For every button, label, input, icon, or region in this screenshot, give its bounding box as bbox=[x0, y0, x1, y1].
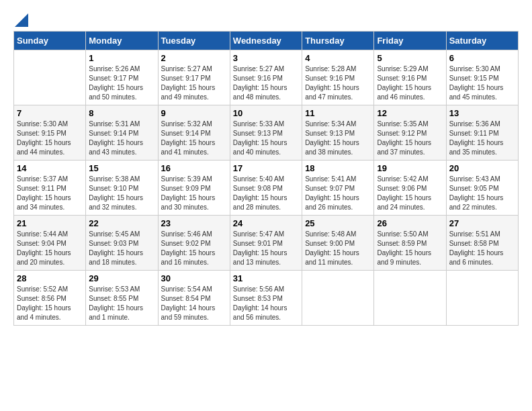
day-info: Sunrise: 5:29 AM Sunset: 9:16 PM Dayligh… bbox=[377, 64, 443, 102]
calendar-cell: 15Sunrise: 5:38 AM Sunset: 9:10 PM Dayli… bbox=[86, 161, 158, 216]
day-number: 11 bbox=[305, 108, 371, 118]
calendar-cell: 5Sunrise: 5:29 AM Sunset: 9:16 PM Daylig… bbox=[374, 50, 446, 105]
day-number: 18 bbox=[305, 163, 371, 173]
calendar-cell: 7Sunrise: 5:30 AM Sunset: 9:15 PM Daylig… bbox=[14, 105, 86, 161]
day-info: Sunrise: 5:30 AM Sunset: 9:15 PM Dayligh… bbox=[449, 64, 515, 102]
calendar-cell: 4Sunrise: 5:28 AM Sunset: 9:16 PM Daylig… bbox=[302, 50, 374, 105]
day-info: Sunrise: 5:35 AM Sunset: 9:12 PM Dayligh… bbox=[377, 120, 443, 157]
calendar-cell: 6Sunrise: 5:30 AM Sunset: 9:15 PM Daylig… bbox=[446, 50, 518, 105]
calendar-cell: 2Sunrise: 5:27 AM Sunset: 9:17 PM Daylig… bbox=[158, 50, 230, 105]
calendar-cell: 16Sunrise: 5:39 AM Sunset: 9:09 PM Dayli… bbox=[158, 161, 230, 216]
calendar-cell: 29Sunrise: 5:53 AM Sunset: 8:55 PM Dayli… bbox=[86, 271, 158, 326]
calendar-cell bbox=[14, 50, 86, 105]
calendar-cell: 17Sunrise: 5:40 AM Sunset: 9:08 PM Dayli… bbox=[230, 161, 302, 216]
day-number: 12 bbox=[377, 108, 443, 118]
day-info: Sunrise: 5:39 AM Sunset: 9:09 PM Dayligh… bbox=[161, 175, 227, 212]
day-info: Sunrise: 5:28 AM Sunset: 9:16 PM Dayligh… bbox=[305, 64, 371, 102]
day-number: 19 bbox=[377, 163, 443, 173]
day-info: Sunrise: 5:56 AM Sunset: 8:53 PM Dayligh… bbox=[233, 285, 299, 322]
day-number: 1 bbox=[89, 53, 154, 63]
day-number: 28 bbox=[17, 273, 83, 283]
day-info: Sunrise: 5:38 AM Sunset: 9:10 PM Dayligh… bbox=[89, 175, 154, 212]
header-saturday: Saturday bbox=[446, 32, 518, 50]
day-info: Sunrise: 5:27 AM Sunset: 9:17 PM Dayligh… bbox=[161, 64, 227, 102]
day-number: 3 bbox=[233, 53, 299, 63]
day-info: Sunrise: 5:44 AM Sunset: 9:04 PM Dayligh… bbox=[17, 230, 83, 267]
day-info: Sunrise: 5:50 AM Sunset: 8:59 PM Dayligh… bbox=[377, 230, 443, 267]
day-info: Sunrise: 5:52 AM Sunset: 8:56 PM Dayligh… bbox=[17, 285, 83, 322]
day-info: Sunrise: 5:51 AM Sunset: 8:58 PM Dayligh… bbox=[449, 230, 515, 267]
day-number: 31 bbox=[233, 273, 299, 283]
logo-icon bbox=[15, 13, 28, 27]
day-number: 23 bbox=[161, 218, 227, 228]
header-thursday: Thursday bbox=[302, 32, 374, 50]
day-number: 14 bbox=[17, 163, 83, 173]
calendar-cell: 23Sunrise: 5:46 AM Sunset: 9:02 PM Dayli… bbox=[158, 216, 230, 271]
calendar-cell: 1Sunrise: 5:26 AM Sunset: 9:17 PM Daylig… bbox=[86, 50, 158, 105]
day-number: 4 bbox=[305, 53, 371, 63]
calendar-cell: 20Sunrise: 5:43 AM Sunset: 9:05 PM Dayli… bbox=[446, 161, 518, 216]
day-number: 15 bbox=[89, 163, 154, 173]
day-number: 26 bbox=[377, 218, 443, 228]
day-info: Sunrise: 5:42 AM Sunset: 9:06 PM Dayligh… bbox=[377, 175, 443, 212]
header-friday: Friday bbox=[374, 32, 446, 50]
calendar-week-3: 21Sunrise: 5:44 AM Sunset: 9:04 PM Dayli… bbox=[14, 216, 519, 271]
day-number: 5 bbox=[377, 53, 443, 63]
calendar-week-4: 28Sunrise: 5:52 AM Sunset: 8:56 PM Dayli… bbox=[14, 271, 519, 326]
calendar-week-0: 1Sunrise: 5:26 AM Sunset: 9:17 PM Daylig… bbox=[14, 50, 519, 105]
day-number: 16 bbox=[161, 163, 227, 173]
day-info: Sunrise: 5:43 AM Sunset: 9:05 PM Dayligh… bbox=[449, 175, 515, 212]
day-info: Sunrise: 5:46 AM Sunset: 9:02 PM Dayligh… bbox=[161, 230, 227, 267]
day-number: 6 bbox=[449, 53, 515, 63]
calendar-cell: 27Sunrise: 5:51 AM Sunset: 8:58 PM Dayli… bbox=[446, 216, 518, 271]
day-number: 8 bbox=[89, 108, 154, 118]
calendar-cell: 8Sunrise: 5:31 AM Sunset: 9:14 PM Daylig… bbox=[86, 105, 158, 161]
day-number: 2 bbox=[161, 53, 227, 63]
day-number: 27 bbox=[449, 218, 515, 228]
day-number: 22 bbox=[89, 218, 154, 228]
calendar-week-1: 7Sunrise: 5:30 AM Sunset: 9:15 PM Daylig… bbox=[14, 105, 519, 161]
day-info: Sunrise: 5:26 AM Sunset: 9:17 PM Dayligh… bbox=[89, 64, 154, 102]
calendar-cell: 26Sunrise: 5:50 AM Sunset: 8:59 PM Dayli… bbox=[374, 216, 446, 271]
day-info: Sunrise: 5:48 AM Sunset: 9:00 PM Dayligh… bbox=[305, 230, 371, 267]
header-tuesday: Tuesday bbox=[158, 32, 230, 50]
calendar-cell bbox=[374, 271, 446, 326]
header-wednesday: Wednesday bbox=[230, 32, 302, 50]
day-number: 25 bbox=[305, 218, 371, 228]
day-info: Sunrise: 5:54 AM Sunset: 8:54 PM Dayligh… bbox=[161, 285, 227, 322]
calendar-cell: 3Sunrise: 5:27 AM Sunset: 9:16 PM Daylig… bbox=[230, 50, 302, 105]
calendar-cell: 22Sunrise: 5:45 AM Sunset: 9:03 PM Dayli… bbox=[86, 216, 158, 271]
day-info: Sunrise: 5:36 AM Sunset: 9:11 PM Dayligh… bbox=[449, 120, 515, 157]
calendar-cell: 12Sunrise: 5:35 AM Sunset: 9:12 PM Dayli… bbox=[374, 105, 446, 161]
day-info: Sunrise: 5:34 AM Sunset: 9:13 PM Dayligh… bbox=[305, 120, 371, 157]
calendar-header-row: SundayMondayTuesdayWednesdayThursdayFrid… bbox=[14, 32, 519, 50]
calendar-cell: 24Sunrise: 5:47 AM Sunset: 9:01 PM Dayli… bbox=[230, 216, 302, 271]
calendar-cell: 18Sunrise: 5:41 AM Sunset: 9:07 PM Dayli… bbox=[302, 161, 374, 216]
header-sunday: Sunday bbox=[14, 32, 86, 50]
calendar-table: SundayMondayTuesdayWednesdayThursdayFrid… bbox=[13, 31, 519, 326]
day-number: 17 bbox=[233, 163, 299, 173]
logo bbox=[13, 13, 28, 24]
calendar-cell bbox=[302, 271, 374, 326]
day-info: Sunrise: 5:41 AM Sunset: 9:07 PM Dayligh… bbox=[305, 175, 371, 212]
day-info: Sunrise: 5:47 AM Sunset: 9:01 PM Dayligh… bbox=[233, 230, 299, 267]
day-number: 20 bbox=[449, 163, 515, 173]
day-info: Sunrise: 5:27 AM Sunset: 9:16 PM Dayligh… bbox=[233, 64, 299, 102]
calendar-cell: 13Sunrise: 5:36 AM Sunset: 9:11 PM Dayli… bbox=[446, 105, 518, 161]
day-number: 29 bbox=[89, 273, 154, 283]
calendar-cell: 21Sunrise: 5:44 AM Sunset: 9:04 PM Dayli… bbox=[14, 216, 86, 271]
day-info: Sunrise: 5:53 AM Sunset: 8:55 PM Dayligh… bbox=[89, 285, 154, 322]
calendar-week-2: 14Sunrise: 5:37 AM Sunset: 9:11 PM Dayli… bbox=[14, 161, 519, 216]
day-info: Sunrise: 5:33 AM Sunset: 9:13 PM Dayligh… bbox=[233, 120, 299, 157]
calendar-cell: 10Sunrise: 5:33 AM Sunset: 9:13 PM Dayli… bbox=[230, 105, 302, 161]
calendar-cell: 19Sunrise: 5:42 AM Sunset: 9:06 PM Dayli… bbox=[374, 161, 446, 216]
calendar-cell: 31Sunrise: 5:56 AM Sunset: 8:53 PM Dayli… bbox=[230, 271, 302, 326]
day-number: 9 bbox=[161, 108, 227, 118]
svg-marker-0 bbox=[15, 13, 28, 27]
page-header bbox=[13, 13, 519, 24]
day-info: Sunrise: 5:45 AM Sunset: 9:03 PM Dayligh… bbox=[89, 230, 154, 267]
calendar-cell: 11Sunrise: 5:34 AM Sunset: 9:13 PM Dayli… bbox=[302, 105, 374, 161]
day-info: Sunrise: 5:30 AM Sunset: 9:15 PM Dayligh… bbox=[17, 120, 83, 157]
day-number: 7 bbox=[17, 108, 83, 118]
day-info: Sunrise: 5:32 AM Sunset: 9:14 PM Dayligh… bbox=[161, 120, 227, 157]
